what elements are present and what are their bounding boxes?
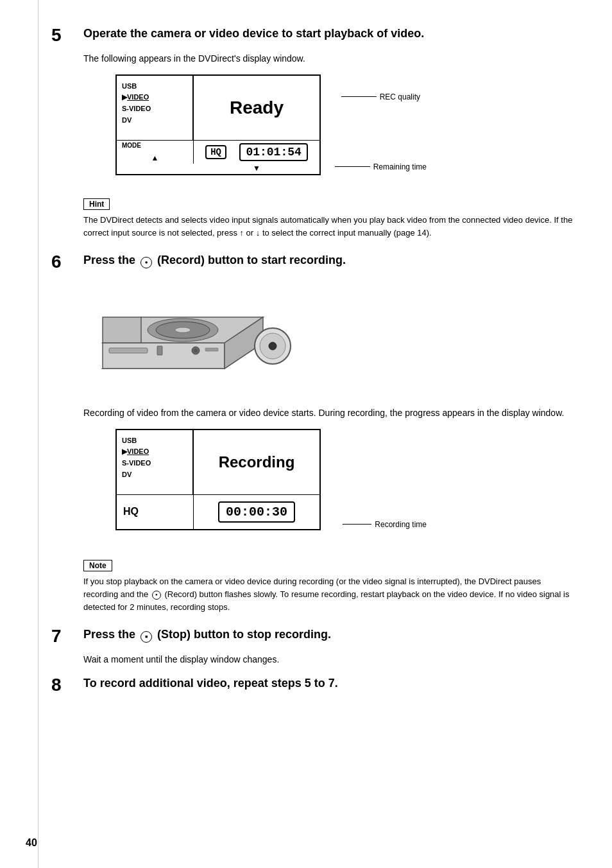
step-5-subtext: The following appears in the DVDirect's … [83,52,574,65]
svideo-label: S-VIDEO [122,103,187,115]
step-7-heading: Press the ■ (Stop) button to stop record… [83,627,331,643]
remaining-text: Remaining time [373,162,427,171]
display-status-recording: Recording [194,430,319,494]
hq-label-1: HQ [205,145,226,159]
recording-time-line [343,524,371,525]
hint-box: Hint The DVDirect detects and selects vi… [83,198,574,239]
stop-icon: ■ [140,631,152,643]
step-8-row: 8 To record additional video, repeat ste… [51,675,574,695]
mode-section: MODE ▲ [117,141,194,164]
hint-label: Hint [83,198,110,210]
step-6-heading: Press the ● (Record) button to start rec… [83,252,346,268]
display-inner-2: USB ▶VIDEO S-VIDEO DV Recording [117,430,319,494]
svg-point-7 [175,327,191,333]
step-8-heading: To record additional video, repeat steps… [83,675,338,691]
display-window-2-wrapper: USB ▶VIDEO S-VIDEO DV Recording HQ 00:00… [83,429,321,541]
recording-time-text: Recording time [375,520,427,529]
dv-label: DV [122,115,187,126]
display-status-ready: Ready [194,76,319,140]
step-6-row: 6 Press the ● (Record) button to start r… [51,252,574,272]
svideo-label-2: S-VIDEO [122,458,187,469]
ready-text: Ready [230,98,284,118]
recording-body-text: Recording of video from the camera or vi… [83,406,574,420]
step-5-heading: Operate the camera or video device to st… [83,26,424,42]
time-area-2: 00:00:30 [194,501,319,523]
step-5-number: 5 [51,26,77,46]
time-display-1: 01:01:54 [239,143,307,161]
remaining-annotation: Remaining time [335,162,427,171]
svg-rect-9 [157,346,162,355]
dvdirect-svg [83,279,302,397]
display-window-1: USB ▶VIDEO S-VIDEO DV Ready MODE ▲ HQ 01… [115,74,321,175]
rec-quality-annotation: REC quality [341,92,420,101]
display2-bottom: HQ 00:00:30 [117,494,319,529]
display-left-1: USB ▶VIDEO S-VIDEO DV [117,76,194,140]
svg-point-11 [194,349,198,352]
mode-label: MODE [122,142,141,149]
svg-point-15 [269,342,276,350]
record-icon-note: ● [152,591,161,600]
display-window-1-wrapper: USB ▶VIDEO S-VIDEO DV Ready MODE ▲ HQ 01… [83,74,321,186]
svg-marker-4 [103,317,141,343]
down-arrow-area: ▼ [117,164,319,174]
rec-quality-line [341,96,377,97]
video-label: ▶VIDEO [122,92,187,103]
svg-rect-12 [205,348,218,351]
step-7-number: 7 [51,627,77,647]
mode-row-area: MODE ▲ HQ 01:01:54 [117,140,319,164]
bottom-right-1: HQ 01:01:54 [194,141,319,164]
step-8-number: 8 [51,675,77,695]
video-label-2: ▶VIDEO [122,446,187,458]
step-7-row: 7 Press the ■ (Stop) button to stop reco… [51,627,574,647]
hq-label-2: HQ [117,495,194,529]
step-5-row: 5 Operate the camera or video device to … [51,26,574,46]
step-6-number: 6 [51,252,77,272]
up-arrow: ▲ [122,153,188,162]
remaining-line [335,166,370,167]
svg-rect-1 [103,343,225,369]
display-window-2: USB ▶VIDEO S-VIDEO DV Recording HQ 00:00… [115,429,321,530]
dv-label-2: DV [122,469,187,481]
left-border [0,0,38,868]
rec-quality-text: REC quality [380,92,420,101]
device-illustration [83,279,574,397]
hint-text: The DVDirect detects and selects video i… [83,214,574,239]
page: 5 Operate the camera or video device to … [0,0,612,868]
display-inner-1: USB ▶VIDEO S-VIDEO DV Ready [117,76,319,140]
page-number: 40 [26,837,37,849]
display-left-2: USB ▶VIDEO S-VIDEO DV [117,430,194,494]
usb-label: USB [122,81,187,92]
note-text: If you stop playback on the camera or vi… [83,575,574,614]
step-7-subtext: Wait a moment until the display window c… [83,653,574,666]
svg-rect-8 [109,348,148,353]
recording-time-annotation: Recording time [343,520,427,529]
note-label: Note [83,560,112,571]
recording-text: Recording [219,453,295,471]
time-display-2: 00:00:30 [218,501,295,523]
usb-label-2: USB [122,435,187,447]
note-box: Note If you stop playback on the camera … [83,560,574,614]
